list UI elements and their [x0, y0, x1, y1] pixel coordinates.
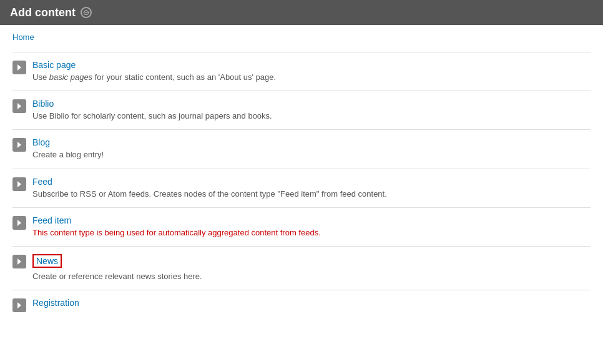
feed-content: Feed Subscribe to RSS or Atom feeds. Cre…: [32, 177, 591, 200]
blog-link[interactable]: Blog: [32, 137, 591, 147]
feed-link[interactable]: Feed: [32, 177, 591, 187]
list-item: News Create or reference relevant news s…: [12, 247, 591, 290]
biblio-link[interactable]: Biblio: [32, 99, 591, 109]
modal-header: Add content ⊖: [0, 0, 603, 25]
news-arrow[interactable]: [12, 255, 26, 268]
registration-content: Registration: [32, 298, 591, 310]
feed-item-desc: This content type is being used for auto…: [32, 227, 591, 239]
list-item: Feed item This content type is being use…: [12, 208, 591, 247]
feed-item-content: Feed item This content type is being use…: [32, 215, 591, 239]
add-content-modal: Add content ⊖ Home Basic page Use basic …: [0, 0, 603, 364]
list-item: Blog Create a blog entry!: [12, 130, 591, 169]
feed-item-arrow[interactable]: [12, 216, 26, 230]
breadcrumb: Home: [12, 32, 591, 42]
news-link[interactable]: News: [36, 256, 58, 266]
biblio-content: Biblio Use Biblio for scholarly content,…: [32, 99, 591, 122]
news-desc: Create or reference relevant news storie…: [32, 271, 591, 282]
content-list: Basic page Use basic pages for your stat…: [12, 52, 591, 320]
registration-arrow[interactable]: [12, 298, 26, 312]
biblio-desc: Use Biblio for scholarly content, such a…: [32, 111, 591, 122]
breadcrumb-home-link[interactable]: Home: [12, 32, 34, 42]
news-content: News Create or reference relevant news s…: [32, 254, 591, 282]
blog-content: Blog Create a blog entry!: [32, 137, 591, 160]
list-item: Registration: [12, 290, 591, 320]
list-item: Feed Subscribe to RSS or Atom feeds. Cre…: [12, 169, 591, 208]
basic-page-content: Basic page Use basic pages for your stat…: [32, 60, 591, 83]
feed-item-link[interactable]: Feed item: [32, 215, 591, 225]
modal-title: Add content: [10, 6, 76, 19]
blog-arrow[interactable]: [12, 138, 26, 152]
biblio-arrow[interactable]: [12, 99, 26, 113]
modal-body: Home Basic page Use basic pages for your…: [0, 25, 603, 327]
modal-close-button[interactable]: ⊖: [81, 7, 92, 18]
list-item: Basic page Use basic pages for your stat…: [12, 52, 591, 91]
feed-desc: Subscribe to RSS or Atom feeds. Creates …: [32, 189, 591, 200]
feed-arrow[interactable]: [12, 177, 26, 191]
basic-page-desc: Use basic pages for your static content,…: [32, 72, 591, 83]
news-title-highlight: News: [32, 254, 62, 268]
basic-page-link[interactable]: Basic page: [32, 60, 591, 70]
registration-link[interactable]: Registration: [32, 298, 591, 308]
basic-page-arrow[interactable]: [12, 61, 26, 74]
blog-desc: Create a blog entry!: [32, 149, 591, 160]
list-item: Biblio Use Biblio for scholarly content,…: [12, 91, 591, 130]
